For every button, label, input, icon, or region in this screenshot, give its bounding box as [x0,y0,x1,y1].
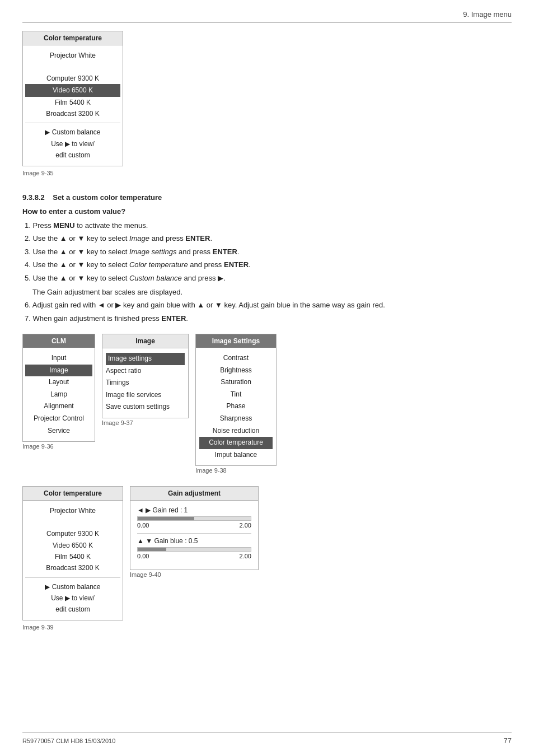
ct-projector-white: Projector White [50,52,96,59]
ct-custom-sub2: edit custom [25,150,120,161]
page-header: 9. Image menu [463,10,512,18]
ct-video-highlighted: Video 6500 K [25,84,120,96]
note-line: The Gain adjustment bar scales are displ… [32,288,512,296]
section-num: 9.3.8.2 [22,193,45,202]
ctb-projector-white: Projector White [50,507,96,515]
section-heading: 9.3.8.2 Set a custom color temperature [22,193,512,202]
clm-menu-body: Input Image Layout Lamp Alignment Projec… [23,348,95,441]
img-image-settings-highlighted: Image settings [106,353,185,365]
step-4: 4. Use the ▲ or ▼ key to select Color te… [22,259,512,270]
subsection-title: How to enter a custom value? [22,207,512,216]
gain-header: Gain adjustment [130,487,258,501]
caption-9-36: Image 9-36 [22,443,95,450]
caption-9-39: Image 9-39 [22,624,123,631]
gain-blue-min: 0.00 [137,553,149,559]
gain-red-track [137,516,251,521]
color-temp-header-top: Color temperature [23,31,123,45]
clm-service: Service [48,427,70,435]
ct-computer: Computer 9300 K [46,74,99,82]
step3-bold: ENTER [213,248,237,256]
ctb-custom-section: ▶ Custom balance Use ▶ to view/ edit cus… [25,577,120,615]
step-7: 7. When gain adjustment is finished pres… [22,313,512,324]
image-menu-box: Image Image settings Aspect ratio Timing… [102,334,189,418]
ctb-computer: Computer 9300 K [46,530,99,538]
step2-bold: ENTER [185,234,210,242]
step4-bold: ENTER [224,260,249,269]
clm-alignment: Alignment [44,402,73,410]
is-imput: Imput balance [215,451,257,459]
ctb-film: Film 5400 K [55,553,91,561]
ct-custom-label: ▶ Custom balance [25,127,120,138]
is-noise: Noise reduction [213,427,259,435]
gain-blue-range: 0.00 2.00 [137,553,251,559]
img-save-custom: Save custom settings [106,403,170,410]
is-color-temp-highlighted: Color temperature [199,437,273,449]
step2-italic: Image [129,234,149,242]
caption-9-37: Image 9-37 [102,419,189,426]
caption-9-35: Image 9-35 [22,170,54,176]
three-panel: CLM Input Image Layout Lamp Alignment Pr… [22,334,512,474]
gain-blue-max: 2.00 [240,553,251,559]
ct-custom-sub1: Use ▶ to view/ [25,138,120,150]
ctb-custom-sub2: edit custom [25,604,120,615]
step4-italic: Color temperature [129,260,188,269]
color-temp-box-top: Color temperature Projector White Comput… [22,31,123,166]
is-tint: Tint [231,390,242,398]
clm-menu-header: CLM [23,334,95,348]
img-timings: Timings [106,379,129,386]
image-menu-header: Image [102,334,188,348]
clm-projector-control: Projector Control [34,414,84,422]
is-brightness: Brightness [220,366,252,374]
image-menu-body: Image settings Aspect ratio Timings Imag… [102,348,188,418]
img-aspect-ratio: Aspect ratio [106,367,141,375]
gain-divider [137,533,251,534]
caption-9-38: Image 9-38 [195,467,277,474]
ct-film: Film 5400 K [55,99,91,106]
image-settings-header: Image Settings [196,334,276,348]
img-file-services: Image file services [106,391,161,399]
color-temp-body-bottom: Projector White Computer 9300 K Video 65… [23,501,123,620]
image-settings-body: Contrast Brightness Saturation Tint Phas… [196,348,276,465]
is-contrast: Contrast [223,354,249,362]
ctb-broadcast: Broadcast 3200 K [46,564,99,572]
ct-broadcast: Broadcast 3200 K [46,110,99,118]
is-saturation: Saturation [221,378,251,386]
image-settings-box: Image Settings Contrast Brightness Satur… [195,334,277,466]
gain-red-fill [138,517,194,520]
footer-right: 77 [504,736,512,745]
clm-layout: Layout [49,378,69,386]
step-list: 1. Press MENU to activate the menus. 2. … [22,220,512,284]
gain-red-max: 2.00 [240,522,251,529]
gain-body: ◄ ▶ Gain red : 1 0.00 2.00 ▲ ▼ Gain blue… [130,501,258,570]
footer-left: R59770057 CLM HD8 15/03/2010 [22,738,115,744]
color-temp-header-bottom: Color temperature [23,487,123,501]
gain-red-min: 0.00 [137,522,149,529]
color-temp-box-bottom: Color temperature Projector White Comput… [22,486,123,620]
gain-red-label: ◄ ▶ Gain red : 1 [137,506,251,514]
ct-custom-section: ▶ Custom balance Use ▶ to view/ edit cus… [25,123,120,161]
caption-9-40: Image 9-40 [130,571,259,578]
page-footer: R59770057 CLM HD8 15/03/2010 77 [22,732,512,745]
step3-italic: Image settings [129,248,177,256]
gain-blue-label: ▲ ▼ Gain blue : 0.5 [137,537,251,545]
ctb-custom-label: ▶ Custom balance [25,581,120,592]
is-sharpness: Sharpness [220,414,252,422]
step-5: 5. Use the ▲ or ▼ key to select Custom b… [22,273,512,284]
ctb-video: Video 6500 K [53,542,93,549]
step5-italic: Custom balance [129,274,182,282]
section-title: Set a custom color temperature [53,193,162,202]
step-6: 6. Adjust gain red with ◄ or ▶ key and g… [22,300,512,311]
two-panel: Color temperature Projector White Comput… [22,486,512,631]
step-list-2: 6. Adjust gain red with ◄ or ▶ key and g… [22,300,512,324]
is-phase: Phase [226,402,245,410]
ctb-custom-sub1: Use ▶ to view/ [25,592,120,604]
gain-blue-fill [138,548,166,551]
step7-bold: ENTER [161,314,186,323]
step-3: 3. Use the ▲ or ▼ key to select Image se… [22,246,512,258]
clm-input: Input [51,354,67,362]
gain-red-range: 0.00 2.00 [137,522,251,529]
clm-image-highlighted: Image [25,365,92,377]
clm-menu-box: CLM Input Image Layout Lamp Alignment Pr… [22,334,95,442]
step-1: 1. Press MENU to activate the menus. [22,220,512,231]
clm-lamp: Lamp [50,390,67,398]
